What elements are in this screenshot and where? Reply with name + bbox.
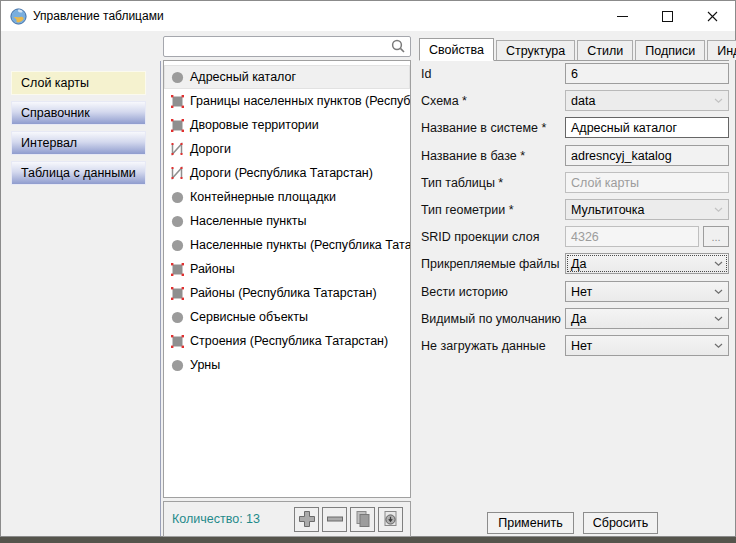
field-label: Схема * — [421, 94, 565, 108]
point-icon — [170, 190, 184, 204]
layer-list: Адресный каталогГраницы населенных пункт… — [163, 60, 411, 498]
list-item-label: Районы (Республика Татарстан) — [190, 286, 377, 300]
list-item[interactable]: Контейнерные площадки — [164, 185, 410, 209]
list-item[interactable]: Дороги (Республика Татарстан) — [164, 161, 410, 185]
list-item-label: Дороги — [190, 142, 231, 156]
list-item[interactable]: Границы населенных пунктов (Республ — [164, 89, 410, 113]
close-button[interactable] — [690, 1, 735, 31]
sidebar-item-2[interactable]: Справочник — [11, 101, 146, 125]
point-icon — [170, 70, 184, 84]
list-item[interactable]: Населенные пункты — [164, 209, 410, 233]
list-item[interactable]: Районы — [164, 257, 410, 281]
list-item-label: Строения (Республика Татарстан) — [190, 334, 388, 348]
field-label: Вести историю — [421, 285, 565, 299]
field-label: Прикрепляемые файлы — [421, 257, 565, 271]
list-item-label: Районы — [190, 262, 235, 276]
field-value: Адресный каталог — [571, 121, 677, 135]
list-item[interactable]: Районы (Республика Татарстан) — [164, 281, 410, 305]
search-input[interactable] — [164, 38, 391, 55]
select-field: data — [565, 90, 729, 111]
list-item[interactable]: Населенные пункты (Республика Татар — [164, 233, 410, 257]
list-item-label: Населенные пункты (Республика Татар — [190, 238, 410, 252]
field-value: adresncyj_katalog — [571, 149, 672, 163]
copy-button[interactable] — [350, 507, 375, 532]
select-field[interactable]: Да — [565, 253, 729, 274]
list-item[interactable]: Дороги — [164, 137, 410, 161]
form-row: Вести историюНет — [421, 281, 729, 302]
form-row: SRID проекции слоя4326... — [421, 226, 729, 247]
line-icon — [170, 166, 184, 180]
line-icon — [170, 142, 184, 156]
app-window: Управление таблицами Слой картыСправочни… — [0, 0, 736, 537]
field-value: Да — [571, 257, 586, 271]
list-item[interactable]: Сервисные объекты — [164, 305, 410, 329]
copy-icon — [354, 510, 372, 528]
field-value: Слой карты — [571, 176, 639, 190]
sidebar-item-3[interactable]: Интервал — [11, 131, 146, 155]
list-item-label: Дворовые территории — [190, 118, 319, 132]
list-item[interactable]: Дворовые территории — [164, 113, 410, 137]
text-field[interactable]: 6 — [565, 63, 729, 84]
search-box — [163, 36, 411, 57]
sidebar-item-1[interactable]: Слой карты — [11, 71, 146, 95]
field-label: Тип таблицы * — [421, 176, 565, 190]
field-value: data — [571, 94, 595, 108]
form-row: Не загружать данныеНет — [421, 335, 729, 356]
select-field[interactable]: Да — [565, 308, 729, 329]
sidebar: Слой картыСправочникИнтервалТаблица с да… — [1, 61, 161, 536]
field-label: Не загружать данные — [421, 339, 565, 353]
list-item[interactable]: Строения (Республика Татарстан) — [164, 329, 410, 353]
remove-button[interactable] — [322, 507, 347, 532]
text-field: 4326 — [565, 226, 699, 247]
close-icon — [707, 11, 718, 22]
field-label: Видимый по умолчанию — [421, 312, 565, 326]
sidebar-item-4[interactable]: Таблица с данными — [11, 161, 146, 185]
reset-button[interactable]: Сбросить — [583, 512, 658, 534]
polygon-icon — [170, 334, 184, 348]
minus-icon — [326, 510, 344, 528]
list-item[interactable]: Урны — [164, 353, 410, 377]
form-row: Название в базе *adresncyj_katalog — [421, 145, 729, 166]
browse-button[interactable]: ... — [703, 226, 729, 247]
polygon-icon — [170, 118, 184, 132]
minimize-button[interactable] — [600, 1, 645, 31]
list-item-label: Урны — [190, 358, 220, 372]
import-button[interactable] — [378, 507, 403, 532]
field-value: Нет — [571, 339, 592, 353]
select-field[interactable]: Нет — [565, 335, 729, 356]
select-field[interactable]: Нет — [565, 281, 729, 302]
text-field: Слой карты — [565, 172, 729, 193]
tab-5[interactable]: Индекс — [707, 40, 736, 60]
point-icon — [170, 310, 184, 324]
search-icon — [391, 39, 406, 54]
form-row: Id6 — [421, 63, 729, 84]
list-item[interactable]: Адресный каталог — [164, 65, 410, 89]
tab-1[interactable]: Свойства — [419, 38, 494, 61]
apply-button[interactable]: Применить — [487, 512, 574, 534]
list-item-label: Населенные пункты — [190, 214, 306, 228]
maximize-button[interactable] — [645, 1, 690, 31]
tab-3[interactable]: Стили — [577, 40, 633, 60]
text-field[interactable]: adresncyj_katalog — [565, 145, 729, 166]
count-label: Количество: 13 — [172, 512, 294, 526]
tab-2[interactable]: Структура — [496, 40, 575, 60]
globe-icon — [10, 8, 27, 25]
window-title: Управление таблицами — [33, 9, 164, 23]
form-row: Название в системе *Адресный каталог — [421, 117, 729, 138]
text-field[interactable]: Адресный каталог — [565, 117, 729, 138]
point-icon — [170, 214, 184, 228]
add-button[interactable] — [294, 507, 319, 532]
field-label: Id — [421, 67, 565, 81]
tab-strip: СвойстваСтруктураСтилиПодписиИндекс — [419, 37, 729, 61]
tab-4[interactable]: Подписи — [635, 40, 705, 60]
list-item-label: Границы населенных пунктов (Республ — [190, 94, 410, 108]
title-bar: Управление таблицами — [1, 1, 735, 31]
list-item-label: Контейнерные площадки — [190, 190, 336, 204]
field-value: 4326 — [571, 230, 599, 244]
list-footer: Количество: 13 — [163, 501, 411, 537]
field-label: SRID проекции слоя — [421, 230, 565, 244]
polygon-icon — [170, 94, 184, 108]
field-value: Нет — [571, 285, 592, 299]
select-field: Мультиточка — [565, 199, 729, 220]
list-toolbar — [294, 507, 403, 532]
